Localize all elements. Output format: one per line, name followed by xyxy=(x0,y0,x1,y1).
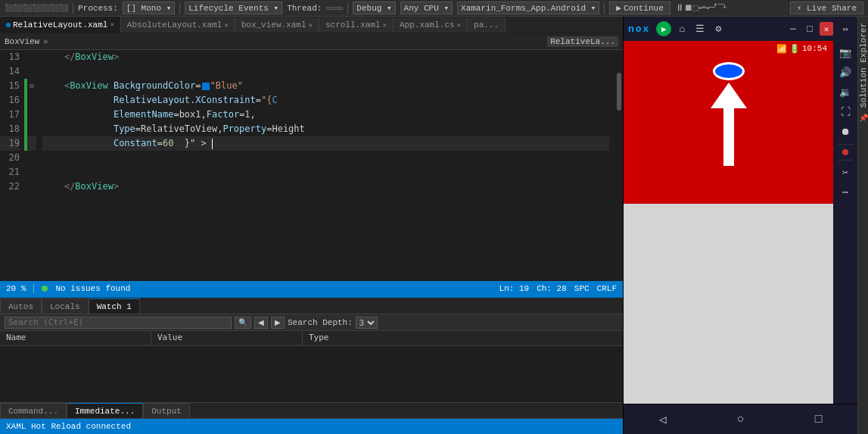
tool-sep xyxy=(838,144,853,145)
tool-red-dot xyxy=(842,149,848,155)
code-content[interactable]: </BoxView> <BoxView BackgroundColor="Blu… xyxy=(36,50,615,281)
emu-close-btn[interactable]: ✕ xyxy=(820,22,833,36)
toolbar-separator-3 xyxy=(347,3,348,14)
thread-label: Thread: xyxy=(287,4,322,13)
process-dropdown[interactable]: [] Mono ▾ xyxy=(123,2,175,14)
process-label: Process: xyxy=(78,4,118,13)
editor-status-bar: 20 % No issues found Ln: 19 Ch: 28 SPC C… xyxy=(0,281,623,296)
tab-pa[interactable]: pa... xyxy=(468,17,506,33)
debug-columns-header: Name Value Type xyxy=(0,331,623,346)
tab-close-relative[interactable]: ✕ xyxy=(110,20,114,29)
top-toolbar: ⬛⬛⬛⬛⬛⬛⬛ Process: [] Mono ▾ Lifecycle Eve… xyxy=(0,0,868,17)
tab-output[interactable]: Output xyxy=(143,403,190,418)
tab-box-view[interactable]: box_view.xaml ✕ xyxy=(235,17,319,33)
toolbar-separator-4 xyxy=(604,3,605,14)
code-line-13: </BoxView> xyxy=(42,50,609,64)
location-dropdown[interactable]: RelativeLa... xyxy=(547,36,618,47)
continue-button[interactable]: ▶ Continue xyxy=(609,2,670,14)
sol-pin-icon[interactable]: 📌 xyxy=(859,114,868,123)
cmd-tab-bar: Command... Immediate... Output xyxy=(0,402,623,419)
code-line-14 xyxy=(42,64,609,79)
emulator-panel: nox ▶ ⌂ ☰ ⚙ ─ □ ✕ ⇔ 📶 🔋 10:54 xyxy=(623,17,857,434)
emu-menu-icon[interactable]: ☰ xyxy=(692,21,708,36)
document-tab-bar: RelativeLayout.xaml ✕ AbsoluteLayout.xam… xyxy=(0,17,623,33)
ln-15: 15 xyxy=(0,79,20,93)
tab-app-xaml[interactable]: App.xaml.cs ✕ xyxy=(394,17,468,33)
xaml-hotreload-status: XAML Hot Reload connected xyxy=(6,422,131,431)
search-btn[interactable]: 🔍 xyxy=(235,317,251,329)
wifi-icon: 📶 xyxy=(776,44,787,54)
ln-22: 22 xyxy=(0,180,20,194)
collapse-gutter: ⊟ xyxy=(27,50,36,281)
tool-sep-2 xyxy=(838,160,853,161)
ln-19: 19 xyxy=(0,136,20,151)
ln-21: 21 xyxy=(0,165,20,180)
tab-modified-dot xyxy=(6,23,11,27)
tab-watch-1[interactable]: Watch 1 xyxy=(89,298,140,314)
tool-record[interactable]: ⏺ xyxy=(836,123,854,141)
ln-16: 16 xyxy=(0,93,20,108)
search-depth-select[interactable]: 3 xyxy=(356,317,378,329)
search-depth-label: Search Depth: xyxy=(288,318,353,327)
emu-nav-back[interactable]: ◁ xyxy=(659,412,667,427)
toolbar-separator-1 xyxy=(73,3,73,14)
tool-volume-down[interactable]: 🔉 xyxy=(836,83,854,101)
debug-dropdown[interactable]: Debug ▾ xyxy=(353,2,395,14)
zoom-level: 20 % xyxy=(6,284,26,293)
collapse-icon-15[interactable]: ⊟ xyxy=(27,79,36,93)
project-dropdown[interactable]: Xamarin_Forms_App.Android ▾ xyxy=(457,2,599,14)
editor-vscrollbar[interactable] xyxy=(615,50,623,281)
emu-arrows-icon[interactable]: ⇔ xyxy=(838,21,853,36)
tool-more[interactable]: ⋯ xyxy=(836,183,854,201)
col-type-header: Type xyxy=(303,331,623,345)
spc-status: SPC xyxy=(574,284,590,293)
emu-nav-recent[interactable]: □ xyxy=(815,413,823,426)
forward-btn[interactable]: ▶ xyxy=(271,317,285,329)
debug-tool-icons: ⏸⏹⬚↩↪⤴⤵ xyxy=(675,2,728,14)
emu-maximize-btn[interactable]: □ xyxy=(803,22,817,36)
code-editor: 13 14 15 16 17 18 19 20 21 22 xyxy=(0,50,623,281)
emu-play-btn[interactable]: ▶ xyxy=(656,21,671,36)
code-line-18: Type=RelativeToView,Property=Height xyxy=(42,122,609,136)
tool-screenshot[interactable]: 📷 xyxy=(836,44,854,62)
emu-status-bar: 📶 🔋 10:54 xyxy=(624,41,833,56)
status-green-dot xyxy=(42,286,48,292)
emu-settings-icon[interactable]: ⚙ xyxy=(711,21,726,36)
col-name-header: Name xyxy=(0,331,151,345)
code-line-17: ElementName=box1,Factor=1, xyxy=(42,108,609,122)
tab-command[interactable]: Command... xyxy=(0,403,67,418)
tab-absolute-layout[interactable]: AbsoluteLayout.xaml ✕ xyxy=(121,17,235,33)
ln-13: 13 xyxy=(0,50,20,64)
code-line-16: RelativeLayout.XConstraint="{C xyxy=(42,93,609,108)
lifecycle-dropdown[interactable]: Lifecycle Events ▾ xyxy=(185,2,282,14)
tool-fullscreen[interactable]: ⛶ xyxy=(836,103,854,121)
emu-minimize-btn[interactable]: ─ xyxy=(786,22,800,36)
tab-immediate[interactable]: Immediate... xyxy=(67,403,143,418)
emu-red-area xyxy=(624,56,833,204)
debug-panel: Autos Locals Watch 1 🔍 ◀ ▶ Search Depth:… xyxy=(0,296,623,402)
ln-20: 20 xyxy=(0,151,20,165)
tool-volume-up[interactable]: 🔊 xyxy=(836,64,854,82)
tool-cut[interactable]: ✂ xyxy=(836,164,854,182)
arrow-head xyxy=(711,83,747,108)
solution-explorer-label[interactable]: Solution Explorer xyxy=(859,20,868,111)
nox-logo: nox xyxy=(628,23,650,35)
col-value-header: Value xyxy=(151,331,303,345)
tab-scroll[interactable]: scroll.xaml ✕ xyxy=(319,17,394,33)
toolbar-icons-left: ⬛⬛⬛⬛⬛⬛⬛ xyxy=(5,4,68,13)
emu-home-icon[interactable]: ⌂ xyxy=(674,21,689,36)
crlf-status: CRLF xyxy=(597,284,617,293)
emu-arrow xyxy=(706,83,751,166)
debug-search-input[interactable] xyxy=(5,317,232,329)
live-share-btn[interactable]: ⚡ Live Share xyxy=(790,2,863,14)
ln-18: 18 xyxy=(0,122,20,136)
back-btn[interactable]: ◀ xyxy=(254,317,268,329)
emu-nav-home[interactable]: ○ xyxy=(737,413,745,426)
tab-autos[interactable]: Autos xyxy=(0,298,42,314)
tab-relative-layout[interactable]: RelativeLayout.xaml ✕ xyxy=(0,17,121,33)
thread-dropdown[interactable] xyxy=(326,7,343,10)
file-name-breadcrumb: BoxView xyxy=(5,37,39,46)
code-line-19: Constant=60 }" > xyxy=(42,136,609,151)
tab-locals[interactable]: Locals xyxy=(42,298,89,314)
cpu-dropdown[interactable]: Any CPU ▾ xyxy=(400,2,453,14)
